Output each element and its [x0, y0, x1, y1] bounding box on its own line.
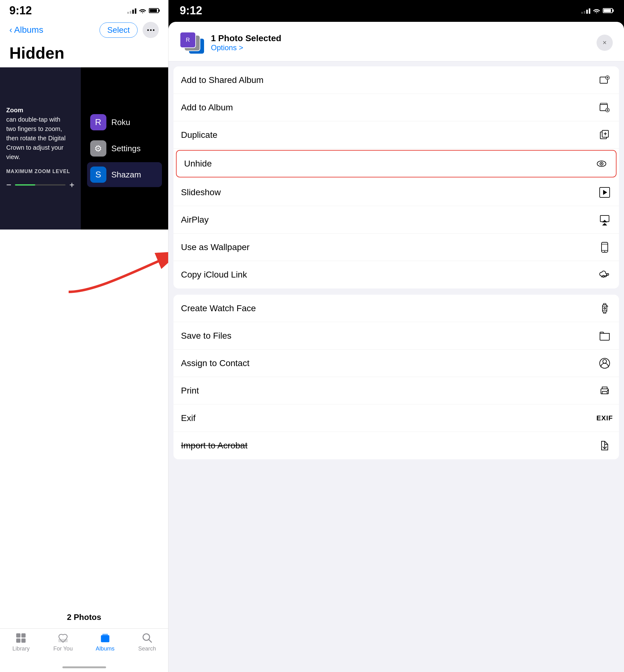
sheet-header-text: 1 Photo Selected Options > [211, 33, 281, 52]
scroll-area[interactable]: Add to Shared Album Add to Album [168, 61, 624, 672]
unhide-label: Unhide [184, 159, 212, 169]
photo-count: 2 Photos [0, 606, 168, 628]
watch-icon [598, 301, 612, 315]
airplay-icon [598, 213, 612, 227]
photo-thumbs: R ⚙ S [180, 32, 205, 54]
settings-icon: ⚙ [90, 140, 106, 157]
slider-track [15, 184, 66, 186]
phone-icon [598, 240, 612, 254]
add-shared-album-label: Add to Shared Album [181, 75, 264, 85]
zoom-panel: Zoom can double-tap with two fingers to … [0, 68, 81, 230]
action-slideshow[interactable]: Slideshow [174, 179, 619, 206]
sheet-title: 1 Photo Selected [211, 33, 281, 43]
page-title: Hidden [0, 41, 168, 68]
right-side: 9:12 R ⚙ [168, 0, 624, 672]
section-gap [168, 289, 624, 295]
right-status-icons [581, 7, 613, 14]
action-exif[interactable]: Exif EXIF [174, 404, 619, 432]
add-album-icon [598, 101, 612, 114]
nav-actions: Select [100, 22, 159, 38]
close-button[interactable]: × [597, 35, 613, 51]
app-name-settings: Settings [111, 144, 141, 154]
svg-rect-24 [601, 242, 608, 252]
svg-marker-23 [602, 223, 607, 225]
svg-rect-4 [22, 639, 26, 643]
svg-point-19 [601, 163, 602, 164]
zoom-label: MAXIMUM ZOOM LEVEL [6, 168, 75, 175]
action-add-album[interactable]: Add to Album [174, 94, 619, 121]
eye-icon [595, 157, 608, 170]
options-link[interactable]: Options > [211, 43, 281, 52]
action-sheet: R ⚙ S 1 Photo Selected Options > × Add t… [168, 22, 624, 672]
action-assign-contact[interactable]: Assign to Contact [174, 350, 619, 377]
svg-point-40 [607, 390, 608, 391]
roku-icon: R [90, 114, 106, 130]
right-status-bar: 9:12 [168, 0, 624, 19]
back-label: Albums [14, 25, 43, 35]
action-wallpaper[interactable]: Use as Wallpaper [174, 234, 619, 261]
play-icon [598, 186, 612, 199]
photo-display: Zoom can double-tap with two fingers to … [0, 68, 168, 230]
tab-albums[interactable]: Albums [84, 633, 126, 652]
action-unhide[interactable]: Unhide [176, 150, 617, 178]
save-files-label: Save to Files [181, 331, 232, 341]
print-icon [598, 384, 612, 398]
right-signal-icon [581, 7, 590, 14]
svg-rect-6 [101, 635, 109, 642]
tab-library[interactable]: Library [0, 633, 42, 652]
folder-icon [598, 329, 612, 343]
duplicate-icon [598, 128, 612, 142]
zoom-text: Zoom can double-tap with two fingers to … [6, 105, 75, 162]
action-watch-face[interactable]: Create Watch Face [174, 295, 619, 322]
albums-icon [99, 633, 111, 644]
action-airplay[interactable]: AirPlay [174, 206, 619, 234]
app-item-settings[interactable]: ⚙ Settings [87, 136, 162, 161]
chevron-left-icon: ‹ [9, 25, 12, 35]
exif-label: Exif [181, 413, 196, 423]
battery-icon [149, 8, 159, 13]
svg-rect-1 [16, 633, 21, 638]
slider-fill [15, 184, 35, 186]
more-button[interactable] [142, 22, 159, 38]
more-dots-icon [147, 29, 154, 31]
svg-point-28 [607, 273, 609, 275]
battery-fill [150, 9, 157, 12]
app-name-shazam: Shazam [111, 170, 141, 180]
svg-rect-13 [600, 103, 607, 105]
action-print[interactable]: Print [174, 377, 619, 404]
watch-face-label: Create Watch Face [181, 303, 256, 314]
zoom-slider[interactable]: − + [6, 178, 75, 191]
action-icloud-link[interactable]: Copy iCloud Link [174, 261, 619, 289]
action-section-1: Add to Shared Album Add to Album [174, 66, 619, 289]
assign-contact-label: Assign to Contact [181, 358, 249, 368]
action-save-files[interactable]: Save to Files [174, 322, 619, 350]
zoom-minus-icon: − [6, 178, 11, 191]
person-icon [598, 356, 612, 370]
left-status-bar: 9:12 [0, 0, 168, 19]
app-item-shazam[interactable]: S Shazam [87, 162, 162, 187]
back-button[interactable]: ‹ Albums [9, 25, 43, 35]
action-duplicate[interactable]: Duplicate [174, 121, 619, 149]
tab-for-you[interactable]: For You [42, 633, 84, 652]
app-list-panel: R Roku ⚙ Settings S Shazam [81, 68, 168, 230]
close-icon: × [603, 39, 607, 47]
svg-rect-5 [58, 639, 68, 642]
left-nav-bar: ‹ Albums Select [0, 19, 168, 41]
acrobat-icon [598, 439, 612, 453]
select-button[interactable]: Select [100, 23, 137, 38]
import-acrobat-label: Import to Acrobat [181, 440, 248, 451]
exif-icon: EXIF [598, 411, 612, 425]
svg-rect-2 [22, 633, 26, 638]
left-phone: 9:12 ‹ Albums Select [0, 0, 168, 672]
svg-marker-21 [603, 190, 607, 195]
action-add-shared-album[interactable]: Add to Shared Album [174, 66, 619, 94]
action-import-acrobat[interactable]: Import to Acrobat [174, 432, 619, 459]
sheet-header-left: R ⚙ S 1 Photo Selected Options > [180, 32, 281, 54]
svg-rect-3 [16, 639, 21, 643]
app-item-roku[interactable]: R Roku [87, 110, 162, 135]
icloud-link-label: Copy iCloud Link [181, 270, 247, 280]
svg-rect-39 [602, 391, 607, 394]
tab-search[interactable]: Search [126, 633, 168, 652]
search-icon [141, 633, 154, 644]
svg-point-27 [604, 251, 605, 252]
